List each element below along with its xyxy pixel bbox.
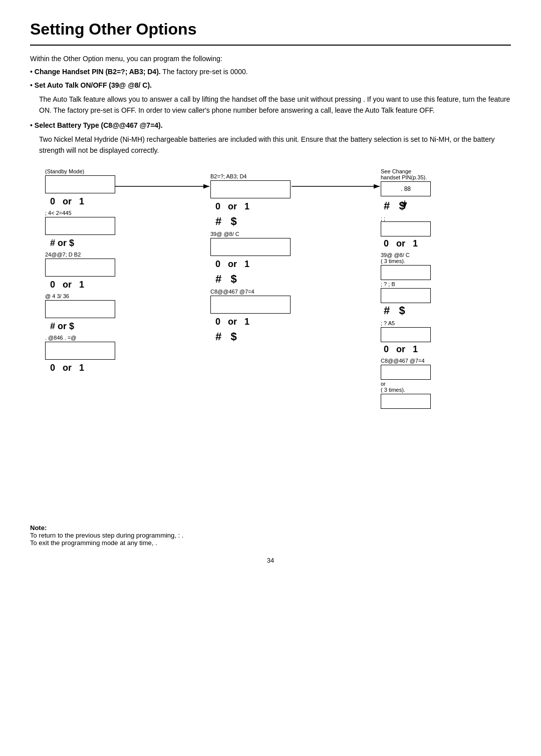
lc-hash2: # or $ (50, 321, 145, 332)
mc-annot3: C8@@467 @7=4 (210, 289, 321, 295)
rc-times2: ( 3 times). (381, 387, 511, 393)
autotalk-label: Set Auto Talk ON/OFF (39@ @8/ C). (35, 81, 152, 89)
rc-hash1: # $ (384, 199, 511, 212)
rc-see-change: See Change (381, 168, 511, 174)
lc-box4 (45, 300, 115, 318)
note-item1: To return to the previous step during pr… (30, 532, 183, 539)
rc-handset-pin: handset PIN(p.35). (381, 174, 511, 180)
rc-annot7: or (381, 381, 511, 387)
rc-annot3: ; ? ; B (381, 281, 511, 287)
rc-box7 (381, 394, 431, 409)
mc-box3 (210, 296, 291, 314)
pin-label: Change Handset PIN (B2=?; AB3; D4). (35, 68, 161, 76)
lc-box2 (45, 217, 115, 235)
rc-box3 (381, 265, 431, 280)
lc-or3: 0 or 1 (50, 363, 145, 373)
mc-hash3: # $ (215, 330, 321, 343)
mc-or1: 0 or 1 (215, 201, 321, 212)
mc-annot1: B2=?; AB3; D4 (210, 173, 321, 179)
rc-annot1: ; ; (381, 215, 511, 221)
note-section: Note: To return to the previous step dur… (30, 524, 511, 547)
page-title: Setting Other Options (30, 20, 511, 39)
autotalk-desc: The Auto Talk feature allows you to answ… (39, 94, 511, 116)
lc-or1: 0 or 1 (50, 196, 145, 207)
rc-annot6: C8@@467 @7=4 (381, 358, 511, 364)
page-number: 34 (30, 557, 511, 564)
mc-box1 (210, 180, 291, 198)
lc-box5 (45, 342, 115, 360)
mc-or3: 0 or 1 (215, 317, 321, 327)
battery-desc: Two Nickel Metal Hydride (Ni-MH) recharg… (39, 134, 511, 156)
lc-annot4: . @846 . =@ (45, 335, 145, 341)
rc-box4 (381, 288, 431, 303)
mc-hash2: # $ (215, 273, 321, 286)
bullet-pin: • Change Handset PIN (B2=?; AB3; D4). Th… (30, 67, 511, 77)
rc-annot5: ; ? A5 (381, 320, 511, 326)
bullet-autotalk: • Set Auto Talk ON/OFF (39@ @8/ C). (30, 80, 511, 91)
lc-box3 (45, 259, 115, 277)
mc-annot2: 39@ @8/ C (210, 231, 321, 237)
rc-box1: . 88 (381, 181, 431, 196)
lc-or2: 0 or 1 (50, 280, 145, 290)
lc-box1 (45, 175, 115, 193)
rc-times1: ( 3 times). (381, 258, 511, 264)
lc-annot3: @ 4 3/ 36 (45, 293, 145, 299)
bullet-battery: • Select Battery Type (C8@@467 @7=4). (30, 120, 511, 131)
rc-box6 (381, 365, 431, 380)
diagram-area: (Standby Mode) 0 or 1 ; 4< 2=445 # or $ … (30, 168, 511, 519)
rc-box2 (381, 221, 431, 236)
note-title: Note: (30, 524, 47, 532)
rc-box5 (381, 327, 431, 342)
lc-or1-text: 0 or 1 (50, 196, 84, 207)
rc-hash2: # $ (384, 304, 511, 317)
rc-or1: 0 or 1 (384, 238, 511, 249)
lc-annot2: 24@@7; D B2 (45, 251, 145, 258)
note-item2: To exit the programming mode at any time… (30, 539, 157, 547)
mc-or2: 0 or 1 (215, 259, 321, 270)
mc-hash1: # $ (215, 215, 321, 228)
lc-annot1: ; 4< 2=445 (45, 210, 145, 216)
rc-annot2: 39@ @8/ C (381, 252, 511, 258)
battery-label: Select Battery Type (C8@@467 @7=4). (35, 121, 163, 129)
standby-label: (Standby Mode) (45, 168, 145, 174)
mc-box2 (210, 238, 291, 256)
lc-hash1: # or $ (50, 238, 145, 248)
intro-text: Within the Other Option menu, you can pr… (30, 55, 511, 63)
rc-or2: 0 or 1 (384, 344, 511, 355)
